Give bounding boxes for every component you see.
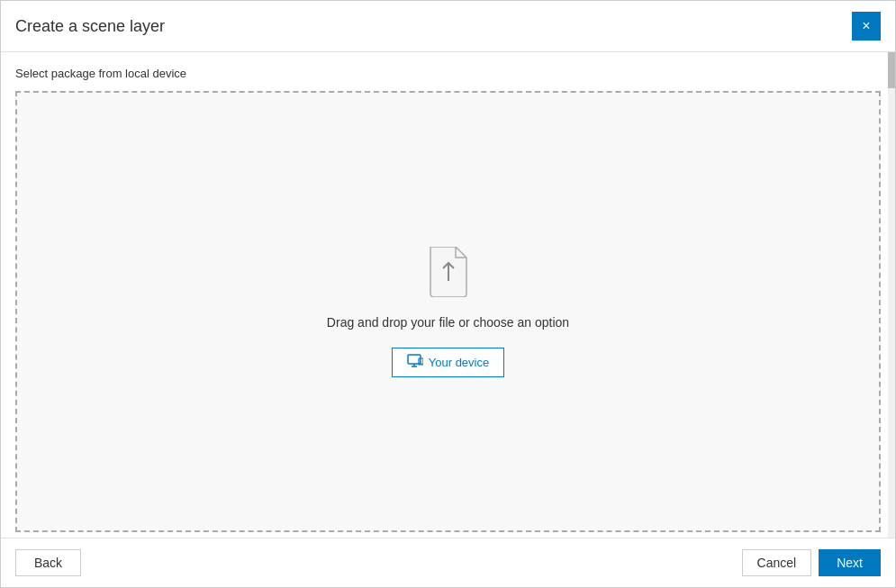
dialog-header: Create a scene layer × (1, 1, 895, 52)
scrollbar-track[interactable] (888, 52, 895, 538)
back-button[interactable]: Back (15, 549, 81, 576)
cancel-button[interactable]: Cancel (742, 549, 812, 576)
section-label: Select package from local device (15, 67, 881, 80)
dialog-body: Select package from local device Drag an… (1, 52, 895, 538)
upload-file-icon (427, 247, 470, 297)
footer-right-buttons: Cancel Next (742, 549, 881, 576)
create-scene-layer-dialog: Create a scene layer × Select package fr… (0, 0, 896, 588)
upload-icon-wrapper (427, 247, 470, 297)
device-icon (407, 354, 423, 371)
your-device-label: Your device (429, 356, 489, 369)
drop-zone[interactable]: Drag and drop your file or choose an opt… (15, 91, 881, 532)
scrollbar-thumb (888, 52, 895, 88)
drag-drop-text: Drag and drop your file or choose an opt… (327, 315, 569, 330)
close-button[interactable]: × (852, 12, 881, 41)
next-button[interactable]: Next (819, 549, 881, 576)
your-device-button[interactable]: Your device (392, 348, 504, 377)
close-icon: × (862, 18, 870, 34)
dialog-title: Create a scene layer (15, 17, 165, 36)
dialog-footer: Back Cancel Next (1, 538, 895, 587)
